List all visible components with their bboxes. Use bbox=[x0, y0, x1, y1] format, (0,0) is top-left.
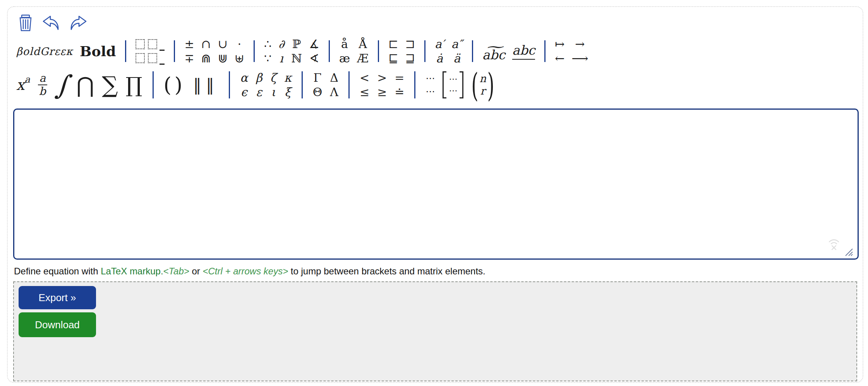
bigcap-button[interactable]: ⋂ bbox=[76, 72, 94, 98]
toolbar-separator bbox=[229, 71, 230, 98]
bold-button[interactable]: Bold bbox=[80, 43, 116, 59]
trash-icon bbox=[19, 14, 33, 31]
integral-button[interactable]: ∫ bbox=[55, 70, 69, 100]
superscript-button[interactable]: xa bbox=[16, 76, 30, 93]
redo-icon bbox=[69, 15, 88, 31]
toolbar-separator bbox=[254, 40, 255, 62]
zeta-iota-pair-button[interactable]: ζι bbox=[270, 71, 276, 99]
aring-ae-upper-pair-button[interactable]: ÅÆ bbox=[357, 37, 369, 65]
toolbar-separator bbox=[348, 71, 350, 98]
resize-handle[interactable] bbox=[843, 246, 853, 257]
sqsubset-pair-button[interactable]: ⊏⊑ bbox=[388, 37, 398, 65]
redo-button[interactable] bbox=[69, 15, 88, 31]
product-button[interactable]: ∏ bbox=[126, 73, 142, 97]
norm-button[interactable]: ‖‖ bbox=[193, 76, 219, 95]
editor-area bbox=[13, 109, 857, 260]
placeholder-box bbox=[148, 53, 157, 63]
helper-segment: Define equation with bbox=[14, 266, 101, 276]
equals-doteq-pair-button[interactable]: =≐ bbox=[395, 71, 404, 99]
therefore-because-pair-button[interactable]: ∴∵ bbox=[264, 37, 271, 65]
fraction-button[interactable]: ab bbox=[38, 72, 47, 97]
dprime-ddot-pair-button[interactable]: a″ä bbox=[451, 37, 463, 65]
toolbar-row-1: βoldGrεεκBold±∓∩⋒∪⋓⋅⊎∴∵∂ıℙℕ∡∢åæÅÆ⊏⊑⊐⊒a′ȧ… bbox=[16, 36, 857, 67]
helper-text: Define equation with LaTeX markup.<Tab> … bbox=[14, 266, 857, 277]
keyboard-hint: <Tab> bbox=[163, 266, 189, 276]
intersection-pair-button[interactable]: ∩⋒ bbox=[201, 37, 211, 65]
gamma-theta-pair-button[interactable]: ΓΘ bbox=[313, 71, 322, 99]
rightarrow-pair-button[interactable]: →⟶ bbox=[571, 37, 588, 65]
wifi-off-icon bbox=[827, 237, 841, 250]
toolbar-separator bbox=[302, 71, 303, 98]
toolbar-separator bbox=[544, 40, 546, 62]
toolbar-separator bbox=[329, 40, 330, 62]
helper-segment: or bbox=[189, 266, 203, 276]
delete-button[interactable] bbox=[19, 14, 33, 31]
cdot-uplus-pair-button[interactable]: ⋅⊎ bbox=[235, 37, 244, 65]
cdots-pair-button[interactable]: ⋯⋯ bbox=[425, 72, 435, 98]
undo-button[interactable] bbox=[41, 15, 60, 31]
toolbar-separator bbox=[378, 40, 379, 62]
undo-icon bbox=[41, 15, 60, 31]
angle-pair-button[interactable]: ∡∢ bbox=[309, 37, 319, 65]
toolbar-separator bbox=[424, 40, 425, 62]
helper-segment: to jump between brackets and matrix elem… bbox=[288, 266, 485, 276]
aring-ae-pair-button[interactable]: åæ bbox=[339, 37, 350, 65]
equation-editor-panel: βoldGrεεκBold±∓∩⋒∪⋓⋅⊎∴∵∂ıℙℕ∡∢åæÅÆ⊏⊑⊐⊒a′ȧ… bbox=[7, 6, 863, 383]
beta-varepsilon-pair-button[interactable]: βε bbox=[256, 71, 262, 99]
toolbar-row-2: xaab∫⋂∑∏()‖‖αϵβεζικξΓΘΔΛ<≤>≥=≐⋯⋯⋯⋯(nr) bbox=[16, 67, 857, 102]
actions-panel: Export » Download bbox=[13, 281, 857, 381]
less-leq-pair-button[interactable]: <≤ bbox=[360, 71, 369, 99]
subscript-dash bbox=[160, 50, 165, 51]
latex-input[interactable] bbox=[13, 109, 859, 260]
binomial-button[interactable]: (nr) bbox=[471, 72, 494, 97]
toolbar-separator bbox=[174, 40, 175, 62]
blackboard-pn-pair-button[interactable]: ℙℕ bbox=[292, 37, 302, 65]
toolbar-separator bbox=[472, 40, 473, 62]
plusminus-pair-button[interactable]: ±∓ bbox=[184, 37, 194, 65]
matrix-dots-button[interactable]: ⋯⋯ bbox=[443, 71, 463, 98]
keyboard-hint: <Ctrl + arrows keys> bbox=[202, 266, 288, 276]
kappa-xi-pair-button[interactable]: κξ bbox=[284, 71, 292, 99]
union-pair-button[interactable]: ∪⋓ bbox=[218, 37, 228, 65]
right-bracket bbox=[460, 71, 463, 98]
toolbar-separator bbox=[153, 71, 154, 98]
matrix-boxes-button[interactable] bbox=[136, 39, 165, 63]
left-bracket bbox=[443, 71, 446, 98]
export-button[interactable]: Export » bbox=[19, 286, 96, 309]
toolbar-separator bbox=[125, 40, 126, 62]
prime-dot-pair-button[interactable]: a′ȧ bbox=[435, 37, 444, 65]
history-bar bbox=[19, 14, 857, 32]
partial-imath-pair-button[interactable]: ∂ı bbox=[278, 37, 285, 65]
placeholder-box bbox=[136, 39, 145, 49]
parentheses-button[interactable]: () bbox=[164, 73, 186, 96]
sum-button[interactable]: ∑ bbox=[102, 72, 118, 98]
bold-greek-button[interactable]: βoldGrεεκ bbox=[16, 45, 73, 57]
latex-markup-link[interactable]: LaTeX markup. bbox=[101, 266, 163, 276]
placeholder-box bbox=[148, 39, 157, 49]
subscript-dash bbox=[160, 64, 165, 65]
delta-lambda-pair-button[interactable]: ΔΛ bbox=[330, 71, 338, 99]
toolbar-separator bbox=[414, 71, 415, 98]
mapsto-leftarrow-pair-button[interactable]: ↦← bbox=[555, 37, 564, 65]
underline-abc-button[interactable]: abc bbox=[512, 43, 535, 60]
sqsupset-pair-button[interactable]: ⊐⊒ bbox=[405, 37, 415, 65]
alpha-epsilon-pair-button[interactable]: αϵ bbox=[240, 71, 248, 99]
download-button[interactable]: Download bbox=[19, 312, 96, 337]
greater-geq-pair-button[interactable]: >≥ bbox=[377, 71, 387, 99]
widetilde-abc-button[interactable]: ∼abc bbox=[482, 43, 505, 59]
placeholder-box bbox=[136, 53, 145, 63]
